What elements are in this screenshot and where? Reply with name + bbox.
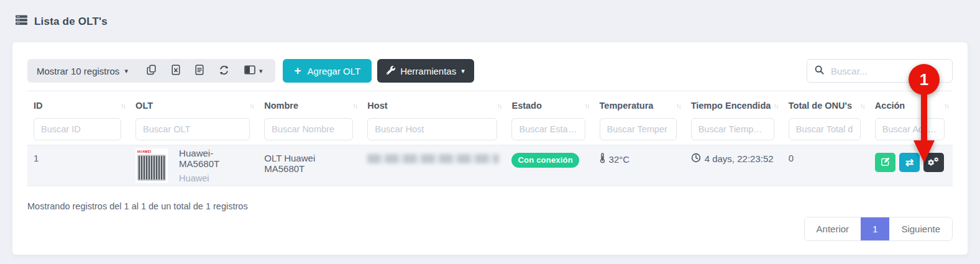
search-icon [815,65,824,77]
olt-model-name: Huawei-MA5680T [179,148,252,169]
filter-tiempo-input[interactable] [691,118,774,140]
cell-estado: Con conexión [505,145,593,186]
export-file-button[interactable] [191,65,208,77]
uptime-value: 4 days, 22:23:52 [705,153,774,164]
refresh-button[interactable] [215,65,233,77]
cell-host [361,145,505,186]
caret-down-icon: ▾ [259,68,263,75]
filter-nombre-input[interactable] [264,118,353,140]
tools-label: Herramientas [400,66,456,76]
thermometer-icon [600,153,605,165]
pagination-next[interactable]: Siguiente [889,217,952,240]
column-header-nombre[interactable]: Nombre↑↓ [258,91,361,117]
pagination: Anterior 1 Siguiente [804,217,953,241]
column-header-olt[interactable]: OLT↑↓ [129,91,258,117]
cell-olt: HUAWEI Huawei-MA5680T Huawei [129,145,258,186]
olt-chassis-graphic [137,155,166,181]
cell-tiempo: 4 days, 22:23:52 [685,145,782,186]
wrench-icon [387,66,395,76]
table-controls-group: Mostrar 10 registros ▾ [27,59,275,83]
sort-icon[interactable]: ↑↓ [944,102,948,109]
sort-icon[interactable]: ↑↓ [249,102,254,109]
filter-estado-input[interactable] [511,118,585,140]
copy-button[interactable] [143,65,160,77]
table-toolbar: Mostrar 10 registros ▾ [27,59,953,83]
sort-icon[interactable]: ↑↓ [585,102,589,109]
cell-id: 1 [27,145,129,186]
filter-olt-input[interactable] [135,118,250,140]
filter-total-input[interactable] [789,118,861,140]
filter-temperatura-input[interactable] [600,118,677,140]
exchange-icon: ⇄ [905,158,914,168]
file-lines-icon [195,65,204,77]
caret-down-icon: ▾ [461,68,465,75]
settings-cogs-button[interactable] [923,153,944,172]
page-title: Lista de OLT's [34,16,108,28]
column-header-estado[interactable]: Estado↑↓ [505,91,593,117]
sort-icon[interactable]: ↑↓ [497,102,501,109]
olt-table: ID↑↓ OLT↑↓ Nombre↑↓ Host↑↓ Estado↑↓ Temp… [27,91,953,186]
add-olt-button[interactable]: + Agregar OLT [283,59,372,83]
page-length-dropdown[interactable]: Mostrar 10 registros ▾ [37,66,128,76]
cell-nombre: OLT Huawei MA5680T [258,145,361,186]
search-input[interactable] [830,65,945,77]
search-box [807,59,953,83]
sort-icon[interactable]: ↑↓ [121,102,125,109]
filter-accion-input[interactable] [875,118,945,140]
column-visibility-dropdown[interactable]: ▾ [240,65,267,76]
columns-icon [244,65,255,76]
edit-olt-button[interactable] [875,153,895,172]
cell-temperatura: 32°C [593,145,685,186]
records-info: Mostrando registros del 1 al 1 de un tot… [27,201,953,211]
export-excel-button[interactable] [168,65,184,77]
column-header-host[interactable]: Host↑↓ [361,91,505,117]
olt-device-image: HUAWEI [135,148,168,183]
sort-icon[interactable]: ↑↓ [774,102,778,109]
cell-accion: ⇄ [869,145,953,186]
server-icon [16,15,28,28]
pagination-page-1[interactable]: 1 [861,217,889,240]
filter-row [27,116,953,145]
olt-list-card: Mostrar 10 registros ▾ [12,42,968,255]
caret-down-icon: ▾ [124,68,128,75]
edit-icon [881,157,890,168]
filter-id-input[interactable] [34,118,121,140]
file-excel-icon [172,65,180,77]
header-row: ID↑↓ OLT↑↓ Nombre↑↓ Host↑↓ Estado↑↓ Temp… [27,91,953,117]
table-row: 1 HUAWEI Huawei-MA5680T Huawei OLT Huawe… [27,145,953,186]
column-header-tiempo[interactable]: Tiempo Encendida↑↓ [685,91,782,117]
sort-icon[interactable]: ↑↓ [676,102,680,109]
column-header-id[interactable]: ID↑↓ [27,91,129,117]
tools-dropdown[interactable]: Herramientas ▾ [377,59,474,83]
copy-icon [147,65,157,77]
pagination-prev[interactable]: Anterior [805,217,861,240]
clock-icon [691,153,701,165]
plus-icon: + [294,65,301,76]
exchange-button[interactable]: ⇄ [899,153,920,172]
sort-icon[interactable]: ↑↓ [352,102,357,109]
sort-icon[interactable]: ↑↓ [860,102,864,109]
status-badge: Con conexión [511,153,579,168]
huawei-logo: HUAWEI [137,150,166,154]
temperature-value: 32°C [609,154,630,165]
cogs-icon [928,157,939,168]
add-olt-label: Agregar OLT [308,66,361,76]
column-header-temperatura[interactable]: Temperatura↑↓ [593,91,685,117]
filter-host-input[interactable] [367,118,497,140]
page-length-label: Mostrar 10 registros [37,66,119,76]
cell-total-onus: 0 [782,145,869,186]
olt-brand: Huawei [179,173,252,183]
refresh-icon [219,65,229,77]
column-header-accion[interactable]: Acción↑↓ [869,91,953,117]
host-value-blurred [367,154,499,163]
page-header: Lista de OLT's [0,0,980,28]
column-header-total-onus[interactable]: Total de ONU's↑↓ [782,91,869,117]
